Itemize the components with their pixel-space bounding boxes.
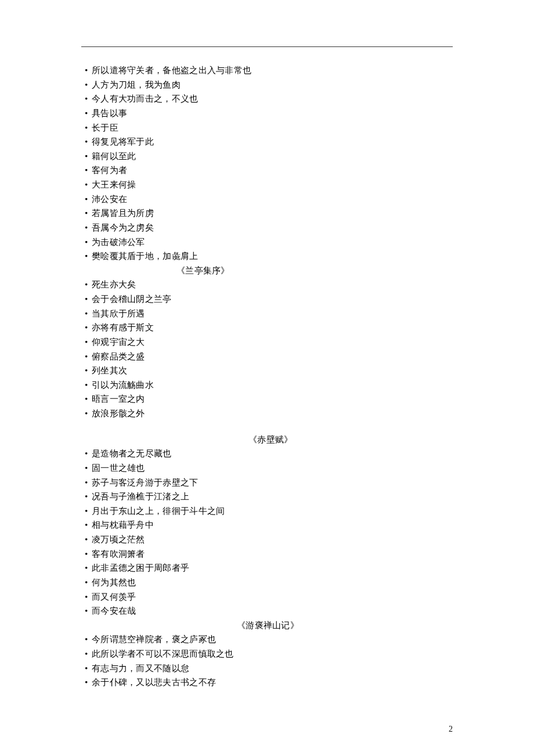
list-item-text: 相与枕藉乎舟中 xyxy=(92,520,154,530)
list-item: •苏子与客泛舟游于赤壁之下 xyxy=(85,476,453,490)
section-heading: 《游褒禅山记》 xyxy=(237,618,453,633)
list-item: •今人有大功而击之，不义也 xyxy=(85,92,453,106)
list-item: •今所谓慧空禅院者，褒之庐冢也 xyxy=(85,632,453,647)
list-item: •具告以事 xyxy=(85,106,453,121)
bullet-icon: • xyxy=(85,604,92,618)
bullet-icon: • xyxy=(85,406,92,421)
document-page: •所以遣将守关者，备他盗之出入与非常也•人方为刀俎，我为鱼肉•今人有大功而击之，… xyxy=(0,0,534,725)
list-item-text: 列坐其次 xyxy=(92,365,127,375)
bullet-icon: • xyxy=(85,363,92,378)
list-item-text: 固一世之雄也 xyxy=(92,463,145,473)
bullet-icon: • xyxy=(85,661,92,676)
list-item-text: 月出于东山之上，徘徊于斗牛之间 xyxy=(92,506,225,516)
list-item-text: 会于会稽山阴之兰亭 xyxy=(92,294,172,304)
list-item-text: 苏子与客泛舟游于赤壁之下 xyxy=(92,477,199,487)
bullet-icon: • xyxy=(85,307,92,321)
list-item-text: 引以为流觞曲水 xyxy=(92,380,154,390)
list-item: •会于会稽山阴之兰亭 xyxy=(85,292,453,307)
bullet-icon: • xyxy=(85,192,92,207)
bullet-icon: • xyxy=(85,235,92,250)
bullet-icon: • xyxy=(85,178,92,192)
list-item-text: 若属皆且为所虏 xyxy=(92,208,154,218)
list-item: •相与枕藉乎舟中 xyxy=(85,518,453,532)
bullet-icon: • xyxy=(85,121,92,135)
list-item: •月出于东山之上，徘徊于斗牛之间 xyxy=(85,504,453,519)
bullet-icon: • xyxy=(85,392,92,406)
bullet-icon: • xyxy=(85,518,92,532)
list-item-text: 亦将有感于斯文 xyxy=(92,322,154,332)
list-item: •此非孟德之困于周郎者乎 xyxy=(85,561,453,575)
bullet-icon: • xyxy=(85,163,92,178)
list-item: •况吾与子渔樵于江渚之上 xyxy=(85,489,453,504)
list-item-text: 而今安在哉 xyxy=(92,606,136,615)
list-item-text: 樊哙覆其盾于地，加彘肩上 xyxy=(92,251,199,261)
bullet-icon: • xyxy=(85,590,92,604)
list-item: •列坐其次 xyxy=(85,363,453,378)
list-item: •而今安在哉 xyxy=(85,604,453,618)
list-item: •死生亦大矣 xyxy=(85,278,453,292)
bullet-icon: • xyxy=(85,92,92,106)
list-item-text: 籍何以至此 xyxy=(92,151,136,161)
list-item: •亦将有感于斯文 xyxy=(85,321,453,335)
list-item-text: 有志与力，而又不随以怠 xyxy=(92,663,189,673)
list-item-text: 晤言一室之内 xyxy=(92,394,145,404)
list-item: •固一世之雄也 xyxy=(85,461,453,476)
list-item-text: 此非孟德之困于周郎者乎 xyxy=(92,563,189,573)
bullet-icon: • xyxy=(85,63,92,78)
bullet-icon: • xyxy=(85,106,92,121)
list-item-text: 当其欣于所遇 xyxy=(92,308,145,318)
list-item-text: 凌万顷之茫然 xyxy=(92,534,145,544)
list-item-text: 今人有大功而击之，不义也 xyxy=(92,93,199,103)
list-item-text: 是造物者之无尽藏也 xyxy=(92,448,172,458)
list-item-text: 得复见将军于此 xyxy=(92,136,154,146)
list-item: •引以为流觞曲水 xyxy=(85,378,453,393)
list-item: •客有吹洞箫者 xyxy=(85,547,453,561)
list-item-text: 所以遣将守关者，备他盗之出入与非常也 xyxy=(92,65,251,75)
list-item-text: 此所以学者不可以不深思而慎取之也 xyxy=(92,649,234,658)
bullet-icon: • xyxy=(85,321,92,335)
list-item-text: 为击破沛公军 xyxy=(92,237,145,247)
section-heading: 《兰亭集序》 xyxy=(176,264,453,278)
bullet-list: •所以遣将守关者，备他盗之出入与非常也•人方为刀俎，我为鱼肉•今人有大功而击之，… xyxy=(85,63,453,264)
list-item: •长于臣 xyxy=(85,121,453,135)
section-heading: 《赤壁赋》 xyxy=(248,433,453,447)
list-item-text: 人方为刀俎，我为鱼肉 xyxy=(92,80,181,89)
list-item: •有志与力，而又不随以怠 xyxy=(85,661,453,676)
list-item: •客何为者 xyxy=(85,163,453,178)
list-item: •仰观宇宙之大 xyxy=(85,335,453,350)
list-item-text: 吾属今为之虏矣 xyxy=(92,222,154,232)
list-item: •放浪形骸之外 xyxy=(85,406,453,421)
bullet-icon: • xyxy=(85,447,92,461)
bullet-icon: • xyxy=(85,632,92,647)
list-item: •晤言一室之内 xyxy=(85,392,453,406)
bullet-icon: • xyxy=(85,378,92,393)
bullet-icon: • xyxy=(85,78,92,92)
list-item-text: 具告以事 xyxy=(92,108,127,118)
list-item: •大王来何操 xyxy=(85,178,453,192)
list-item-text: 余于仆碑，又以悲夫古书之不存 xyxy=(92,677,216,687)
bullet-icon: • xyxy=(85,278,92,292)
list-item-text: 何为其然也 xyxy=(92,577,136,587)
bullet-icon: • xyxy=(85,292,92,307)
bullet-icon: • xyxy=(85,675,92,690)
bullet-icon: • xyxy=(85,335,92,350)
list-item-text: 沛公安在 xyxy=(92,194,127,204)
list-item-text: 大王来何操 xyxy=(92,179,136,189)
list-item: •吾属今为之虏矣 xyxy=(85,221,453,235)
bullet-icon: • xyxy=(85,135,92,149)
document-body: •所以遣将守关者，备他盗之出入与非常也•人方为刀俎，我为鱼肉•今人有大功而击之，… xyxy=(81,63,453,690)
bullet-icon: • xyxy=(85,149,92,164)
list-item-text: 而又何羡乎 xyxy=(92,592,136,602)
list-item-text: 长于臣 xyxy=(92,123,118,132)
list-item-text: 况吾与子渔樵于江渚之上 xyxy=(92,491,189,501)
top-rule xyxy=(81,46,453,47)
list-item: •何为其然也 xyxy=(85,575,453,590)
list-item: •余于仆碑，又以悲夫古书之不存 xyxy=(85,675,453,690)
list-item: •是造物者之无尽藏也 xyxy=(85,447,453,461)
bullet-icon: • xyxy=(85,476,92,490)
list-item-text: 客何为者 xyxy=(92,165,127,175)
list-item: •樊哙覆其盾于地，加彘肩上 xyxy=(85,249,453,264)
bullet-list: •今所谓慧空禅院者，褒之庐冢也•此所以学者不可以不深思而慎取之也•有志与力，而又… xyxy=(85,632,453,690)
bullet-icon: • xyxy=(85,547,92,561)
list-item: •籍何以至此 xyxy=(85,149,453,164)
